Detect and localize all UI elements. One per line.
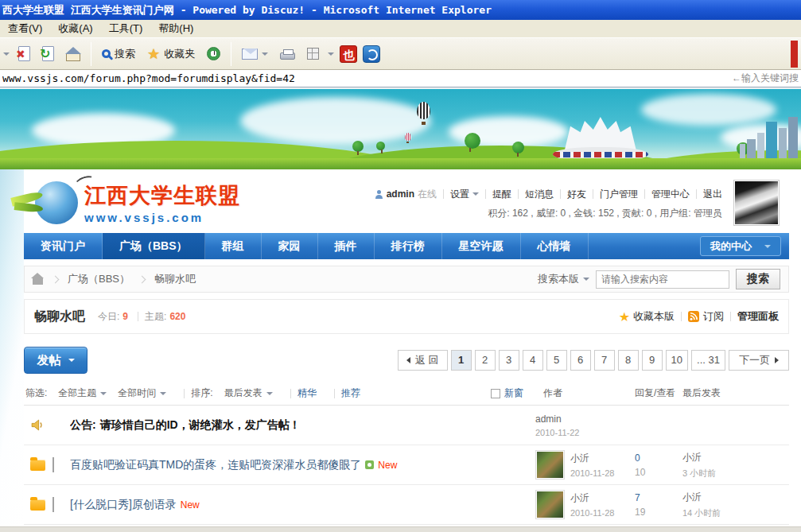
- avatar[interactable]: [535, 450, 565, 480]
- page-6[interactable]: 6: [570, 350, 591, 371]
- menu-favorites[interactable]: 收藏(A): [50, 20, 100, 37]
- nav-forum-bbs[interactable]: 广场（BBS）: [103, 233, 205, 259]
- thread-author[interactable]: admin: [535, 414, 579, 425]
- column-replies-views: 回复/查看: [635, 386, 682, 400]
- history-icon: [207, 47, 220, 60]
- thread-checkbox[interactable]: [52, 457, 54, 472]
- page-1[interactable]: 1: [451, 350, 472, 371]
- recommend-link[interactable]: 推荐: [341, 386, 360, 400]
- address-input[interactable]: www.vssjs.com/forum.php?mod=forumdisplay…: [2, 72, 732, 84]
- thread-author[interactable]: 小沂: [570, 452, 614, 465]
- menu-help[interactable]: 帮助(H): [150, 20, 201, 37]
- messages-link[interactable]: 短消息: [525, 188, 554, 201]
- friends-link[interactable]: 好友: [567, 188, 586, 201]
- edit-button[interactable]: [304, 45, 322, 62]
- nav-home[interactable]: 家园: [262, 233, 318, 259]
- new-badge: New: [378, 460, 397, 471]
- admin-panel-link[interactable]: 管理面板: [737, 309, 779, 324]
- admin-center-link[interactable]: 管理中心: [651, 188, 690, 201]
- new-badge: New: [181, 499, 200, 511]
- thread-author[interactable]: 小沂: [570, 491, 614, 505]
- announcement-prefix: 公告:: [70, 418, 96, 433]
- home-icon[interactable]: [33, 278, 43, 285]
- menu-view[interactable]: 查看(V): [0, 20, 50, 37]
- thread-checkbox[interactable]: [52, 497, 54, 512]
- settings-link[interactable]: 设置: [450, 188, 479, 201]
- portal-admin-link[interactable]: 门户管理: [600, 188, 638, 201]
- search-scope-dropdown[interactable]: 搜索本版: [538, 272, 589, 286]
- page-8[interactable]: 8: [618, 350, 639, 371]
- filter-time-dropdown[interactable]: 全部时间: [118, 386, 166, 400]
- breadcrumb-forum[interactable]: 广场（BBS）: [68, 272, 130, 286]
- convention-center-building: [553, 117, 648, 165]
- history-button[interactable]: [204, 45, 224, 63]
- user-stats: 积分: 162 , 威望: 0 , 金钱: 152 , 贡献: 0 , 用户组:…: [375, 207, 722, 220]
- last-post-time[interactable]: 3 小时前: [682, 468, 787, 480]
- nav-mood-wall[interactable]: 心情墙: [521, 233, 589, 259]
- mail-button[interactable]: [239, 46, 271, 62]
- page-2[interactable]: 2: [475, 350, 496, 371]
- messenger-plugin-icon[interactable]: [363, 45, 380, 63]
- page-3[interactable]: 3: [499, 350, 519, 371]
- content-wrapper: 江西大学生联盟 www.vssjs.com admin 在线 设置 提醒 短消息…: [24, 169, 789, 525]
- my-center-button[interactable]: 我的中心: [700, 236, 781, 256]
- subscribe-link[interactable]: 订阅: [703, 309, 724, 324]
- new-window-label: 新窗: [504, 386, 523, 400]
- page-5[interactable]: 5: [546, 350, 567, 371]
- nav-wishes[interactable]: 星空许愿: [442, 233, 521, 259]
- column-last-post: 最后发表: [682, 386, 787, 400]
- last-post-author[interactable]: 小沂: [682, 491, 787, 504]
- grass-strip: [0, 158, 801, 169]
- chevron-right-icon: [52, 275, 60, 283]
- toolbar-edge-logo: [791, 41, 798, 68]
- back-button[interactable]: 返 回: [398, 350, 448, 371]
- tieba-plugin-icon[interactable]: 也: [340, 45, 357, 63]
- site-logo[interactable]: 江西大学生联盟 www.vssjs.com: [24, 181, 262, 224]
- page-last[interactable]: ... 31: [691, 350, 725, 371]
- announcement-icon: [30, 418, 44, 432]
- user-icon: [375, 190, 383, 199]
- logout-link[interactable]: 退出: [703, 188, 722, 201]
- nav-groups[interactable]: 群组: [205, 233, 262, 259]
- page-4[interactable]: 4: [523, 350, 543, 371]
- last-post-author[interactable]: 小沂: [682, 451, 787, 464]
- refresh-button[interactable]: [39, 44, 57, 64]
- reply-count[interactable]: 7: [635, 492, 682, 503]
- nav-portal[interactable]: 资讯门户: [24, 233, 103, 259]
- next-page-button[interactable]: 下一页: [729, 350, 789, 371]
- new-window-checkbox[interactable]: [491, 389, 500, 398]
- filter-type-dropdown[interactable]: 全部主题: [58, 386, 107, 400]
- thread-title[interactable]: 百度贴吧验证码真TMD的蛋疼，连贴吧资深灌水员都傻眼了: [70, 458, 361, 472]
- sort-dropdown[interactable]: 最后发表: [224, 386, 273, 400]
- home-button[interactable]: [63, 45, 84, 64]
- view-count: 19: [635, 507, 682, 518]
- print-button[interactable]: [277, 45, 298, 62]
- last-post-time[interactable]: 14 小时前: [682, 507, 787, 519]
- topics-label: 主题:: [145, 310, 166, 324]
- username-link[interactable]: admin: [387, 188, 414, 200]
- favorite-forum-link[interactable]: 收藏本版: [633, 309, 675, 324]
- forum-search-input[interactable]: [596, 270, 729, 289]
- stop-button[interactable]: [15, 44, 33, 64]
- sort-label: 排序:: [191, 386, 212, 400]
- chevron-down-icon[interactable]: [3, 52, 10, 56]
- digest-link[interactable]: 精华: [297, 386, 317, 400]
- search-button[interactable]: 搜索: [99, 45, 138, 64]
- reply-count[interactable]: 0: [635, 452, 682, 464]
- chevron-down-icon[interactable]: [328, 52, 334, 56]
- nav-plugins[interactable]: 插件: [318, 233, 375, 259]
- avatar[interactable]: [535, 490, 565, 519]
- thread-title[interactable]: [什么脱口秀]原创语录: [70, 498, 177, 512]
- thread-title[interactable]: 请珍惜自己的ID，谢绝灌水，发广告帖！: [100, 418, 301, 433]
- reminders-link[interactable]: 提醒: [492, 188, 511, 201]
- pagination: 返 回 1 2 3 4 5 6 7 8 9 10 ... 31 下一页: [398, 350, 789, 371]
- favorites-button[interactable]: ★ 收藏夹: [144, 43, 198, 65]
- nav-ranking[interactable]: 排行榜: [375, 233, 442, 259]
- menu-tools[interactable]: 工具(T): [101, 20, 151, 37]
- forum-search-button[interactable]: 搜索: [736, 269, 780, 289]
- page-9[interactable]: 9: [642, 350, 663, 371]
- avatar[interactable]: [733, 180, 780, 226]
- page-7[interactable]: 7: [594, 350, 615, 371]
- page-10[interactable]: 10: [666, 350, 688, 371]
- new-post-button[interactable]: 发帖: [24, 347, 87, 374]
